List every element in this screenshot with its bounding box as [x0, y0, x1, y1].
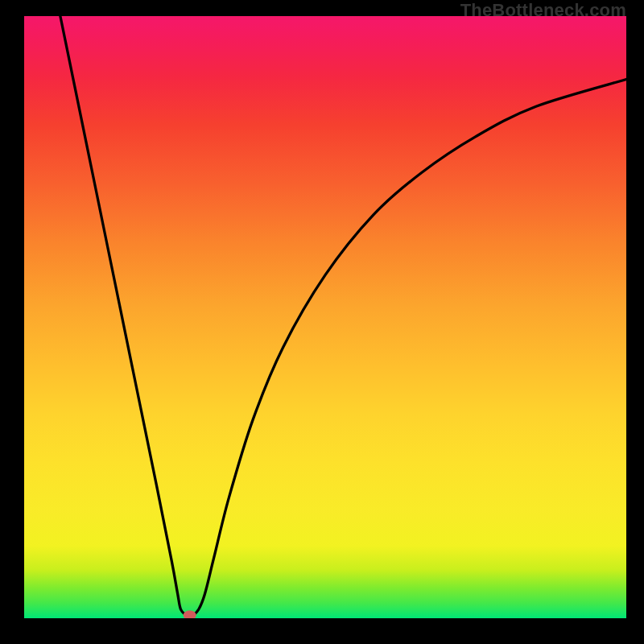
bottleneck-curve — [60, 16, 626, 616]
chart-svg — [24, 16, 626, 618]
plot-area — [24, 16, 626, 618]
chart-root: TheBottleneck.com — [0, 0, 644, 644]
minimum-marker — [184, 610, 196, 618]
